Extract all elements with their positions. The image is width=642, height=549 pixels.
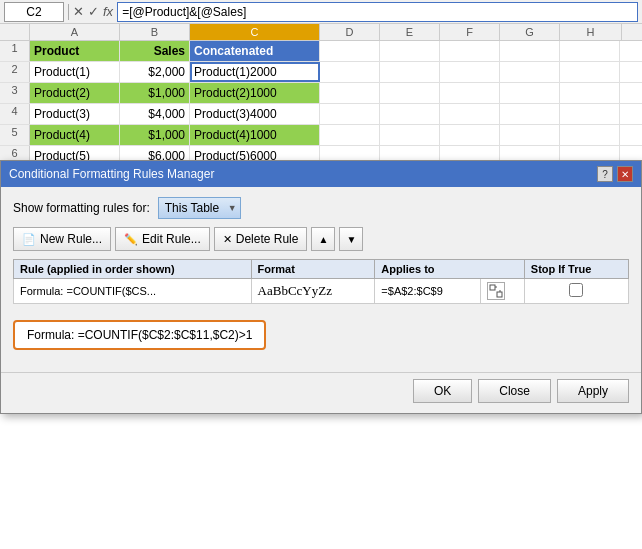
dialog-title-icons: ? ✕ xyxy=(597,166,633,182)
cell-f5[interactable] xyxy=(440,125,500,145)
dialog-help-button[interactable]: ? xyxy=(597,166,613,182)
col-applies-to: Applies to xyxy=(375,260,524,279)
row-num-header xyxy=(0,24,30,40)
cell-h3[interactable] xyxy=(560,83,620,103)
cell-h5[interactable] xyxy=(560,125,620,145)
cell-g4[interactable] xyxy=(500,104,560,124)
cell-a2[interactable]: Product(1) xyxy=(30,62,120,82)
row-num-5: 5 xyxy=(0,125,30,145)
dialog-close-button[interactable]: ✕ xyxy=(617,166,633,182)
cell-a1[interactable]: Product xyxy=(30,41,120,61)
cell-e3[interactable] xyxy=(380,83,440,103)
delete-rule-icon: ✕ xyxy=(223,233,232,246)
row-num-2: 2 xyxy=(0,62,30,82)
new-rule-button[interactable]: 📄 New Rule... xyxy=(13,227,111,251)
show-rules-row: Show formatting rules for: This Table xyxy=(13,197,629,219)
formula-bar-divider xyxy=(68,4,69,20)
delete-rule-button[interactable]: ✕ Delete Rule xyxy=(214,227,308,251)
col-format: Format xyxy=(251,260,375,279)
cell-f2[interactable] xyxy=(440,62,500,82)
cell-g3[interactable] xyxy=(500,83,560,103)
col-header-g[interactable]: G xyxy=(500,24,560,40)
col-header-a[interactable]: A xyxy=(30,24,120,40)
rules-toolbar: 📄 New Rule... ✏️ Edit Rule... ✕ Delete R… xyxy=(13,227,629,251)
cell-b1[interactable]: Sales xyxy=(120,41,190,61)
conditional-formatting-dialog: Conditional Formatting Rules Manager ? ✕… xyxy=(0,160,642,414)
close-dialog-button[interactable]: Close xyxy=(478,379,551,403)
rule-formula-cell[interactable]: Formula: =COUNTIF($CS... xyxy=(14,279,252,304)
cell-b4[interactable]: $4,000 xyxy=(120,104,190,124)
cell-g5[interactable] xyxy=(500,125,560,145)
cell-b5[interactable]: $1,000 xyxy=(120,125,190,145)
delete-rule-label: Delete Rule xyxy=(236,232,299,246)
cell-f3[interactable] xyxy=(440,83,500,103)
move-up-button[interactable]: ▲ xyxy=(311,227,335,251)
cell-h1[interactable] xyxy=(560,41,620,61)
confirm-icon[interactable]: ✓ xyxy=(88,4,99,19)
cell-c1[interactable]: Concatenated xyxy=(190,41,320,61)
col-header-f[interactable]: F xyxy=(440,24,500,40)
cell-g1[interactable] xyxy=(500,41,560,61)
cell-d2[interactable] xyxy=(320,62,380,82)
row-num-4: 4 xyxy=(0,104,30,124)
cell-c4[interactable]: Product(3)4000 xyxy=(190,104,320,124)
ok-button[interactable]: OK xyxy=(413,379,472,403)
cell-h2[interactable] xyxy=(560,62,620,82)
edit-rule-button[interactable]: ✏️ Edit Rule... xyxy=(115,227,210,251)
cancel-icon[interactable]: ✕ xyxy=(73,4,84,19)
new-rule-label: New Rule... xyxy=(40,232,102,246)
move-down-button[interactable]: ▼ xyxy=(339,227,363,251)
col-header-c[interactable]: C xyxy=(190,24,320,40)
show-rules-select-wrapper: This Table xyxy=(158,197,241,219)
stop-if-true-checkbox[interactable] xyxy=(569,283,583,297)
rule-applies-cell[interactable]: =$A$2:$C$9 xyxy=(375,279,481,304)
svg-rect-0 xyxy=(490,285,495,290)
header-row: 1 Product Sales Concatenated xyxy=(0,41,642,62)
show-rules-label: Show formatting rules for: xyxy=(13,201,150,215)
cell-d1[interactable] xyxy=(320,41,380,61)
cell-h4[interactable] xyxy=(560,104,620,124)
apply-button[interactable]: Apply xyxy=(557,379,629,403)
cell-c3[interactable]: Product(2)1000 xyxy=(190,83,320,103)
cell-c5[interactable]: Product(4)1000 xyxy=(190,125,320,145)
col-rule: Rule (applied in order shown) xyxy=(14,260,252,279)
edit-rule-icon: ✏️ xyxy=(124,233,138,246)
dialog-title: Conditional Formatting Rules Manager xyxy=(9,167,214,181)
dialog-titlebar: Conditional Formatting Rules Manager ? ✕ xyxy=(1,161,641,187)
col-header-e[interactable]: E xyxy=(380,24,440,40)
rule-stop-if-true-cell[interactable] xyxy=(524,279,628,304)
cell-e2[interactable] xyxy=(380,62,440,82)
cell-b3[interactable]: $1,000 xyxy=(120,83,190,103)
name-box[interactable]: C2 xyxy=(4,2,64,22)
col-header-b[interactable]: B xyxy=(120,24,190,40)
dialog-body: Show formatting rules for: This Table 📄 … xyxy=(1,187,641,368)
cell-e5[interactable] xyxy=(380,125,440,145)
rules-table: Rule (applied in order shown) Format App… xyxy=(13,259,629,304)
new-rule-icon: 📄 xyxy=(22,233,36,246)
cell-b2[interactable]: $2,000 xyxy=(120,62,190,82)
formula-bar-icons: ✕ ✓ xyxy=(73,4,99,19)
show-rules-select[interactable]: This Table xyxy=(158,197,241,219)
cell-d3[interactable] xyxy=(320,83,380,103)
rule-range-picker-cell[interactable] xyxy=(480,279,524,304)
new-rule-box: Formula: =COUNTIF($C$2:$C$11,$C2)>1 xyxy=(13,320,266,350)
cell-a3[interactable]: Product(2) xyxy=(30,83,120,103)
cell-e1[interactable] xyxy=(380,41,440,61)
col-stop-if-true: Stop If True xyxy=(524,260,628,279)
cell-c2[interactable]: Product(1)2000 xyxy=(190,62,320,82)
edit-rule-label: Edit Rule... xyxy=(142,232,201,246)
col-header-h[interactable]: H xyxy=(560,24,622,40)
formula-input[interactable]: =[@Product]&[@Sales] xyxy=(117,2,638,22)
cell-e4[interactable] xyxy=(380,104,440,124)
cell-a5[interactable]: Product(4) xyxy=(30,125,120,145)
cell-a4[interactable]: Product(3) xyxy=(30,104,120,124)
range-picker-icon[interactable] xyxy=(487,282,505,300)
cell-f1[interactable] xyxy=(440,41,500,61)
cell-g2[interactable] xyxy=(500,62,560,82)
formula-bar: C2 ✕ ✓ fx =[@Product]&[@Sales] xyxy=(0,0,642,24)
col-header-d[interactable]: D xyxy=(320,24,380,40)
cell-f4[interactable] xyxy=(440,104,500,124)
cell-d5[interactable] xyxy=(320,125,380,145)
data-row-2: 2 Product(1) $2,000 Product(1)2000 xyxy=(0,62,642,83)
cell-d4[interactable] xyxy=(320,104,380,124)
